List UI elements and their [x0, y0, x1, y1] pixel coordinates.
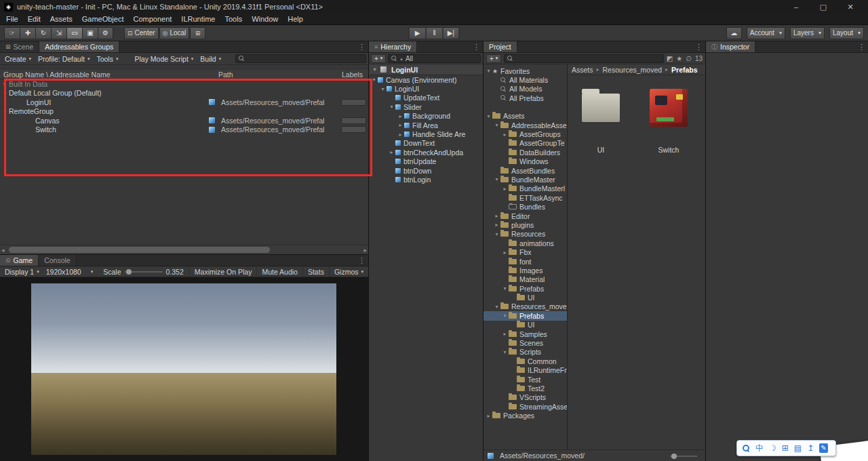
rotate-tool-button[interactable]: ↻ [35, 27, 51, 39]
menu-help[interactable]: Help [283, 15, 308, 23]
hidden-count-icon[interactable]: ∅ [686, 55, 692, 62]
project-tree-item[interactable]: ▸Samples [484, 329, 567, 338]
project-tree-item[interactable]: All Prefabs [484, 94, 567, 102]
project-tree-item[interactable]: ▾AddressableAsse [484, 121, 567, 129]
project-tree-item[interactable]: ILRuntimeFran [484, 366, 567, 375]
project-tree-item[interactable]: ▾Resources_move [484, 302, 567, 311]
expand-arrow[interactable]: ▾ [388, 104, 395, 110]
tab-console[interactable]: Console [39, 255, 77, 266]
hierarchy-item[interactable]: ▾Canvas (Environment) [369, 75, 483, 84]
panel-menu-icon[interactable]: ⋮ [358, 43, 366, 52]
layout-dropdown[interactable]: Layout [829, 27, 864, 39]
menu-file[interactable]: File [1, 15, 23, 23]
project-tree-item[interactable]: All Models [484, 85, 567, 94]
ime-icon-0[interactable]: 中 [755, 444, 764, 452]
labels-chip[interactable] [341, 117, 366, 124]
expand-arrow[interactable]: ▾ [493, 122, 500, 128]
expand-arrow[interactable]: ▸ [501, 186, 509, 192]
expand-arrow[interactable]: ▾ [493, 176, 500, 182]
breadcrumb-segment[interactable]: Prefabs [671, 66, 698, 74]
addressables-row[interactable]: ▸Built In Data [0, 79, 368, 89]
scene-header[interactable]: ▾ LoginUI [369, 64, 483, 75]
pause-button[interactable]: ‖ [426, 27, 443, 39]
scroll-left-icon[interactable]: ◂ [1, 247, 5, 254]
expand-arrow[interactable]: ▸ [397, 113, 404, 119]
project-tree-item[interactable]: VScripts [484, 393, 567, 402]
addressables-row[interactable]: LoginUIAssets/Resources_moved/Prefabs [0, 98, 368, 107]
project-tree-item[interactable]: Windows [484, 157, 567, 166]
tab-hierarchy[interactable]: ≡Hierarchy [369, 41, 417, 52]
expand-arrow[interactable]: ▾ [371, 66, 378, 73]
create-dropdown[interactable]: Create [1, 54, 35, 64]
rect-tool-button[interactable]: ▭ [66, 27, 82, 39]
expand-arrow[interactable]: ▸ [501, 331, 509, 337]
ime-icon-2[interactable]: ⊞ [782, 444, 789, 452]
hierarchy-item[interactable]: ▾Slider [369, 102, 483, 111]
expand-arrow[interactable]: ▸ [493, 222, 500, 228]
hand-tool-button[interactable]: ☞ [4, 27, 20, 39]
expand-arrow[interactable]: ▸ [1, 81, 9, 87]
expand-arrow[interactable]: ▾ [501, 349, 509, 355]
gizmos-button[interactable]: Gizmos [329, 266, 368, 277]
project-tree-item[interactable]: All Materials [484, 75, 567, 84]
expand-arrow[interactable]: ▸ [493, 213, 500, 219]
project-tree-item[interactable]: font [484, 257, 567, 266]
expand-arrow[interactable]: ▾ [379, 86, 387, 92]
project-tree-item[interactable]: ▾BundleMaster [484, 175, 567, 184]
hierarchy-item[interactable]: UpdateText [369, 94, 483, 102]
play-mode-script-dropdown[interactable]: Play Mode Script [131, 54, 197, 64]
project-tree-item[interactable]: Material [484, 275, 567, 284]
hierarchy-search-input[interactable]: All [388, 54, 481, 63]
menu-component[interactable]: Component [128, 15, 176, 23]
maximize-on-play-button[interactable]: Maximize On Play [189, 266, 257, 277]
layers-dropdown[interactable]: Layers [790, 27, 825, 39]
menu-gameobject[interactable]: GameObject [77, 15, 129, 23]
horizontal-scrollbar[interactable]: ◂ ▸ [0, 245, 368, 254]
expand-arrow[interactable]: ▾ [485, 68, 492, 74]
project-tree-item[interactable]: ▾★Favorites [484, 66, 567, 75]
project-tree-item[interactable]: Images [484, 266, 567, 275]
menu-edit[interactable]: Edit [23, 15, 45, 23]
expand-arrow[interactable]: ▾ [493, 231, 500, 237]
tab-inspector[interactable]: ⓘInspector [706, 41, 755, 52]
scrollbar-thumb[interactable] [9, 247, 270, 253]
move-tool-button[interactable]: ✚ [20, 27, 35, 39]
project-tree-item[interactable]: ▸Fbx [484, 247, 567, 256]
labels-chip[interactable] [341, 126, 366, 133]
expand-arrow[interactable]: ▸ [485, 413, 492, 419]
expand-arrow[interactable]: ▸ [397, 132, 404, 138]
panel-menu-icon[interactable]: ⋮ [358, 256, 366, 265]
hierarchy-item[interactable]: ▸Fill Area [369, 121, 483, 129]
expand-arrow[interactable]: ▾ [1, 90, 9, 96]
custom-tool-button[interactable]: ⚙ [98, 27, 113, 39]
grid-snap-button[interactable]: ⊞ [190, 27, 205, 39]
expand-arrow[interactable]: ▸ [501, 249, 509, 256]
project-tree-item[interactable]: AssetBundles [484, 166, 567, 175]
expand-arrow[interactable]: ▾ [370, 77, 378, 83]
project-tree-item[interactable]: ▾Resources [484, 230, 567, 239]
ime-icon-1[interactable]: ☽ [769, 444, 776, 452]
hierarchy-item[interactable]: ▸Handle Slide Are [369, 129, 483, 138]
project-tree-item[interactable]: ETTaskAsync [484, 193, 567, 202]
zoom-slider-thumb[interactable] [671, 454, 677, 459]
favorites-star-icon[interactable]: ★ [676, 55, 682, 62]
resolution-dropdown[interactable]: 1920x1080 [43, 266, 97, 277]
expand-arrow[interactable]: ▾ [493, 304, 500, 310]
project-create-button[interactable]: + [486, 54, 501, 63]
tools-dropdown[interactable]: Tools [93, 54, 121, 64]
project-tree-item[interactable]: ▸AssetGroups [484, 129, 567, 138]
menu-window[interactable]: Window [247, 15, 283, 23]
thumbnail-zoom-slider[interactable] [670, 456, 697, 457]
project-tree-item[interactable]: Test [484, 375, 567, 384]
tab-addressables-groups[interactable]: Addressables Groups [39, 41, 119, 52]
project-tree-item[interactable]: DataBuilders [484, 148, 567, 157]
project-tree-item[interactable]: ▸Packages [484, 411, 567, 420]
cloud-button[interactable]: ☁ [726, 27, 742, 39]
project-tree-item[interactable]: ▸BundleMasterl [484, 184, 567, 193]
maximize-button[interactable]: ▢ [810, 0, 837, 14]
play-button[interactable]: ▶ [409, 27, 426, 39]
account-dropdown[interactable]: Account [747, 27, 785, 39]
search-store-icon[interactable]: ◩ [667, 55, 673, 62]
hierarchy-item[interactable]: btnUpdate [369, 157, 483, 166]
expand-arrow[interactable]: ▾ [501, 285, 509, 292]
